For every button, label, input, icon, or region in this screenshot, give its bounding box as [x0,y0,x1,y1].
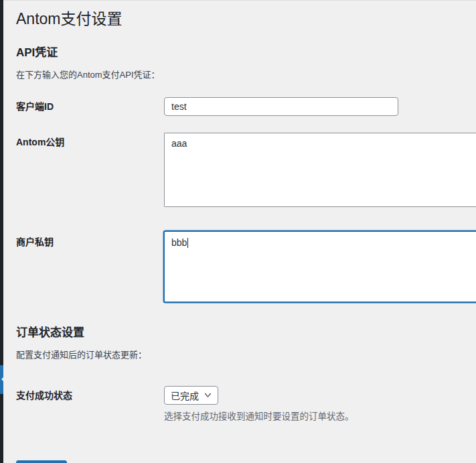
public-key-label: Antom公钥 [16,126,164,161]
submit-area: 保存更改 [16,460,476,463]
public-key-row: Antom公钥 aaa [16,126,476,217]
private-key-label: 商户私钥 [16,217,164,261]
admin-menu-edge [0,0,3,463]
success-status-label: 支付成功状态 [16,373,164,415]
chevron-down-icon [204,391,212,399]
api-credentials-form: 客户端ID Antom公钥 aaa 商户私钥 bbb [16,87,476,312]
order-status-intro: 配置支付通知后的订单状态更新： [16,349,476,361]
api-credentials-heading: API凭证 [16,46,476,60]
success-status-description: 选择支付成功接收到通知时要设置的订单状态。 [164,411,476,423]
order-status-heading: 订单状态设置 [16,326,476,340]
page-title: Antom支付设置 [16,9,476,32]
private-key-textarea[interactable]: bbb [164,231,476,302]
window-top-edge [0,0,476,1]
text-caret [187,238,188,248]
success-status-row: 支付成功状态 已完成 选择支付成功接收到通知时要设置的订单状态。 [16,373,476,434]
public-key-textarea[interactable]: aaa [164,133,476,207]
save-changes-button[interactable]: 保存更改 [16,460,67,463]
private-key-value: bbb [171,237,187,248]
api-credentials-intro: 在下方输入您的Antom支付API凭证： [16,69,476,81]
private-key-row: 商户私钥 bbb [16,217,476,312]
client-id-label: 客户端ID [16,87,164,126]
client-id-input[interactable] [164,97,398,116]
settings-page: Antom支付设置 API凭证 在下方输入您的Antom支付API凭证： 客户端… [0,0,476,463]
current-menu-arrow-icon [0,373,7,385]
client-id-row: 客户端ID [16,87,476,126]
selected-option-label: 已完成 [171,389,199,402]
payment-success-status-select[interactable]: 已完成 [164,386,218,405]
order-status-form: 支付成功状态 已完成 选择支付成功接收到通知时要设置的订单状态。 [16,373,476,434]
